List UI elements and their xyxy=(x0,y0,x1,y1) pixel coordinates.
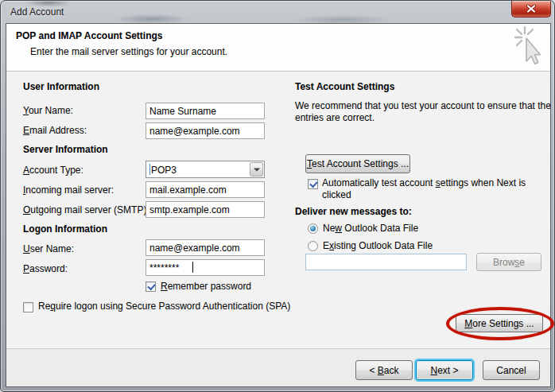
password-label: Password: xyxy=(23,263,68,274)
close-button[interactable] xyxy=(511,1,551,17)
window-title: Add Account xyxy=(10,6,64,17)
user-name-label: User Name: xyxy=(23,243,74,254)
page-subtitle: Enter the mail server settings for your … xyxy=(30,46,227,57)
test-account-settings-heading: Test Account Settings xyxy=(295,81,394,92)
logon-information-heading: Logon Information xyxy=(23,223,107,235)
user-information-heading: User Information xyxy=(23,81,99,92)
data-file-path-input[interactable] xyxy=(305,254,467,270)
new-data-file-label[interactable]: New Outlook Data File xyxy=(323,223,418,234)
test-account-settings-button[interactable]: Test Account Settings ... xyxy=(305,154,410,173)
text-caret xyxy=(192,262,193,273)
test-account-description: We recommend that you test your account … xyxy=(295,100,551,124)
text-caret xyxy=(149,164,150,175)
existing-data-file-label[interactable]: Existing Outlook Data File xyxy=(323,240,433,251)
account-type-label: Account Type: xyxy=(23,165,83,176)
titlebar[interactable]: Add Account xyxy=(1,1,554,23)
new-data-file-radio[interactable] xyxy=(308,223,318,234)
auto-test-label[interactable]: Automatically test account settings when… xyxy=(322,177,548,201)
account-type-value: POP3 xyxy=(151,165,177,176)
click-cursor-icon xyxy=(514,26,545,71)
password-field-wrap xyxy=(146,259,265,276)
your-name-input[interactable] xyxy=(146,103,265,119)
outgoing-server-input[interactable] xyxy=(146,201,265,218)
deliver-new-messages-heading: Deliver new messages to: xyxy=(295,206,412,217)
your-name-label: Your Name: xyxy=(23,105,73,116)
account-type-combobox[interactable]: POP3 xyxy=(146,161,265,178)
page-title: POP and IMAP Account Settings xyxy=(16,30,162,41)
incoming-server-label: Incoming mail server: xyxy=(23,184,114,196)
remember-password-checkbox[interactable] xyxy=(146,281,156,292)
email-address-input[interactable] xyxy=(146,122,265,139)
outgoing-server-label: Outgoing mail server (SMTP): xyxy=(23,204,149,215)
more-settings-button[interactable]: More Settings ... xyxy=(456,314,543,332)
user-name-input[interactable] xyxy=(146,239,265,256)
email-address-label: Email Address: xyxy=(23,125,87,136)
remember-password-label[interactable]: Remember password xyxy=(161,281,251,292)
cancel-button[interactable]: Cancel xyxy=(483,360,540,380)
spa-checkbox[interactable] xyxy=(23,302,33,312)
combobox-dropdown-button[interactable] xyxy=(250,162,263,177)
incoming-server-input[interactable] xyxy=(146,181,265,198)
add-account-dialog: Add Account POP and IMAP Account Setting… xyxy=(0,0,555,392)
close-icon xyxy=(526,5,537,14)
auto-test-checkbox[interactable] xyxy=(308,179,318,189)
browse-button[interactable]: Browse xyxy=(476,253,541,271)
chevron-down-icon xyxy=(254,169,260,172)
next-button[interactable]: Next > xyxy=(416,360,473,380)
back-button[interactable]: < Back xyxy=(355,360,413,380)
spa-label[interactable]: Require logon using Secure Password Auth… xyxy=(38,301,291,312)
existing-data-file-radio[interactable] xyxy=(308,241,318,251)
password-input[interactable] xyxy=(146,259,265,276)
server-information-heading: Server Information xyxy=(23,144,108,155)
